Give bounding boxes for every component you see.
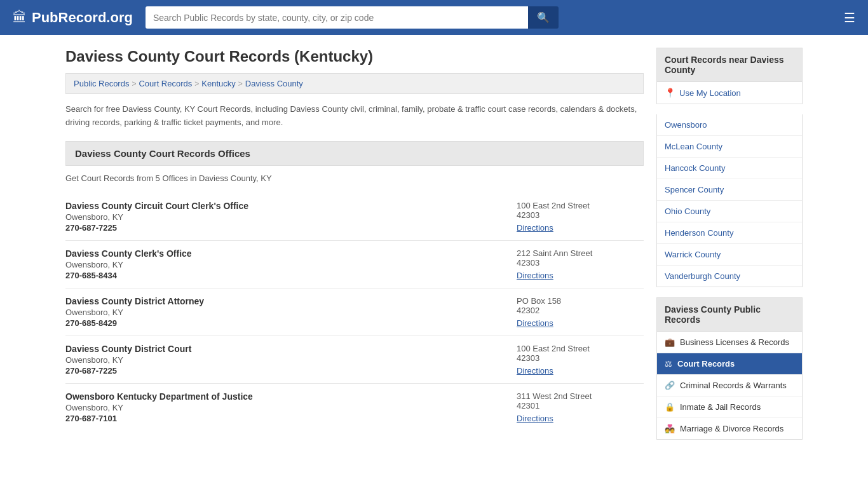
nearby-list-item[interactable]: Vanderburgh County [657, 266, 802, 287]
office-address: 311 West 2nd Street [517, 391, 644, 401]
site-logo[interactable]: 🏛 PubRecord.org [13, 10, 133, 26]
page-title: Daviess County Court Records (Kentucky) [65, 48, 644, 65]
nearby-link[interactable]: Warrick County [665, 250, 721, 259]
office-address: 212 Saint Ann Street [517, 248, 644, 258]
office-entry: Daviess County Circuit Court Clerk's Off… [65, 193, 644, 241]
directions-link[interactable]: Directions [517, 414, 553, 423]
public-record-item[interactable]: 🔗 Criminal Records & Warrants [657, 375, 802, 396]
record-type-icon: 💑 [665, 424, 675, 433]
use-location-item[interactable]: 📍 Use My Location [657, 82, 802, 104]
directions-link[interactable]: Directions [517, 318, 553, 328]
office-entry: Daviess County District Attorney Owensbo… [65, 288, 644, 336]
breadcrumb-sep-1: > [132, 79, 136, 88]
record-type-icon: ⚖ [665, 359, 672, 369]
record-type-icon: 💼 [665, 337, 675, 347]
office-phone: 270-685-8434 [65, 271, 504, 280]
nearby-link[interactable]: Owensboro [665, 120, 707, 130]
nearby-list: 📍 Use My Location [656, 82, 803, 104]
breadcrumb-item-public-records[interactable]: Public Records [74, 79, 129, 88]
office-address: PO Box 158 [517, 296, 644, 306]
office-zip: 42302 [517, 306, 644, 315]
office-name: Daviess County District Attorney [65, 296, 504, 306]
breadcrumb: Public Records > Court Records > Kentuck… [65, 73, 644, 94]
nearby-list-item[interactable]: Owensboro [657, 114, 802, 136]
content-area: Daviess County Court Records (Kentucky) … [65, 48, 644, 440]
record-type-icon: 🔒 [665, 402, 675, 412]
public-record-item[interactable]: ⚖ Court Records [657, 353, 802, 375]
breadcrumb-item-kentucky[interactable]: Kentucky [201, 79, 235, 88]
office-name: Daviess County District Court [65, 344, 504, 354]
search-bar: 🔍 [146, 6, 559, 29]
nearby-counties-list: OwensboroMcLean CountyHancock CountySpen… [656, 114, 803, 287]
public-record-link[interactable]: Business Licenses & Records [680, 337, 789, 347]
office-name: Owensboro Kentucky Department of Justice [65, 391, 504, 402]
nearby-link[interactable]: Henderson County [665, 228, 733, 238]
nearby-section-header: Court Records near Daviess County [656, 48, 803, 82]
public-records-list: 💼 Business Licenses & Records ⚖ Court Re… [656, 332, 803, 440]
public-record-link[interactable]: Marriage & Divorce Records [680, 424, 783, 433]
menu-button[interactable]: ☰ [844, 10, 855, 25]
public-record-item[interactable]: 💼 Business Licenses & Records [657, 332, 802, 353]
nearby-list-item[interactable]: Spencer County [657, 179, 802, 201]
office-phone: 270-687-7225 [65, 223, 504, 233]
sidebar: Court Records near Daviess County 📍 Use … [656, 48, 803, 440]
search-button[interactable]: 🔍 [528, 6, 559, 29]
office-entry: Daviess County District Court Owensboro,… [65, 336, 644, 384]
breadcrumb-sep-2: > [194, 79, 199, 88]
offices-section-header: Daviess County Court Records Offices [65, 141, 644, 166]
public-record-link[interactable]: Inmate & Jail Records [680, 402, 761, 412]
nearby-list-item[interactable]: McLean County [657, 136, 802, 158]
site-header: 🏛 PubRecord.org 🔍 ☰ [0, 0, 868, 35]
nearby-link[interactable]: Spencer County [665, 185, 724, 194]
nearby-link[interactable]: Ohio County [665, 207, 710, 216]
logo-icon: 🏛 [13, 10, 27, 26]
breadcrumb-item-court-records[interactable]: Court Records [139, 79, 192, 88]
public-record-item[interactable]: 🔒 Inmate & Jail Records [657, 396, 802, 418]
office-city: Owensboro, KY [65, 403, 504, 412]
directions-link[interactable]: Directions [517, 366, 553, 376]
directions-link[interactable]: Directions [517, 271, 553, 280]
office-phone: 270-687-7225 [65, 366, 504, 376]
offices-count: Get Court Records from 5 Offices in Davi… [65, 173, 644, 183]
record-type-icon: 🔗 [665, 381, 675, 390]
office-name: Daviess County Clerk's Office [65, 248, 504, 259]
public-record-link[interactable]: Criminal Records & Warrants [680, 381, 787, 390]
nearby-list-item[interactable]: Henderson County [657, 222, 802, 244]
offices-list: Daviess County Circuit Court Clerk's Off… [65, 193, 644, 431]
nearby-link[interactable]: Hancock County [665, 163, 725, 173]
office-city: Owensboro, KY [65, 355, 504, 365]
breadcrumb-sep-3: > [238, 79, 243, 88]
location-icon: 📍 [665, 88, 675, 98]
office-phone: 270-687-7101 [65, 414, 504, 423]
nearby-list-item[interactable]: Ohio County [657, 201, 802, 222]
directions-link[interactable]: Directions [517, 223, 553, 233]
main-container: Daviess County Court Records (Kentucky) … [53, 35, 815, 452]
office-zip: 42303 [517, 353, 644, 363]
office-zip: 42303 [517, 210, 644, 220]
office-entry: Daviess County Clerk's Office Owensboro,… [65, 241, 644, 288]
office-city: Owensboro, KY [65, 260, 504, 269]
public-record-link[interactable]: Court Records [677, 359, 735, 369]
office-name: Daviess County Circuit Court Clerk's Off… [65, 201, 504, 211]
nearby-list-item[interactable]: Warrick County [657, 244, 802, 266]
office-address: 100 East 2nd Street [517, 344, 644, 353]
office-zip: 42301 [517, 401, 644, 410]
page-description: Search for free Daviess County, KY Court… [65, 103, 644, 130]
breadcrumb-item-daviess-county[interactable]: Daviess County [245, 79, 303, 88]
logo-text: PubRecord.org [32, 10, 133, 26]
office-address: 100 East 2nd Street [517, 201, 644, 210]
nearby-link[interactable]: Vanderburgh County [665, 271, 740, 281]
nearby-link[interactable]: McLean County [665, 142, 722, 151]
public-record-item[interactable]: 💑 Marriage & Divorce Records [657, 418, 802, 439]
use-location-link[interactable]: Use My Location [679, 88, 741, 98]
office-entry: Owensboro Kentucky Department of Justice… [65, 384, 644, 431]
nearby-list-item[interactable]: Hancock County [657, 158, 802, 179]
office-city: Owensboro, KY [65, 308, 504, 317]
office-city: Owensboro, KY [65, 212, 504, 222]
public-records-section-header: Daviess County Public Records [656, 297, 803, 332]
office-phone: 270-685-8429 [65, 318, 504, 328]
search-input[interactable] [146, 6, 528, 29]
office-zip: 42303 [517, 258, 644, 268]
